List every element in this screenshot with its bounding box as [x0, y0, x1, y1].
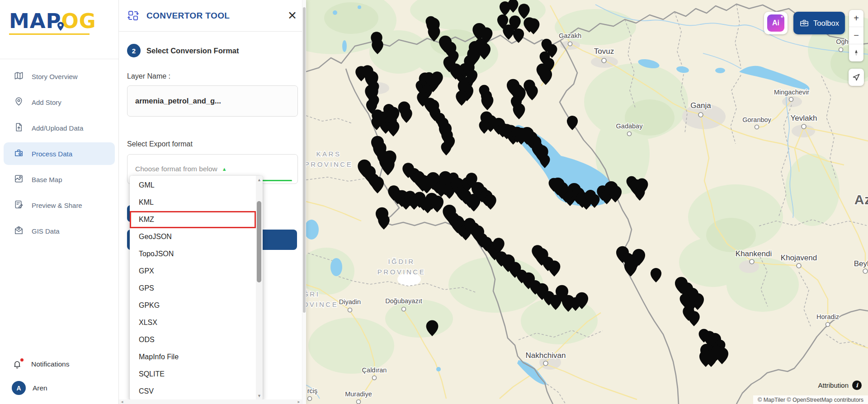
user-menu[interactable]: A Aren: [12, 381, 118, 395]
sidebar-item-base-map[interactable]: Base Map: [4, 168, 115, 191]
scroll-right-icon[interactable]: ►: [297, 400, 301, 404]
notifications-button[interactable]: Notifications: [12, 355, 118, 374]
sidebar-item-label: Add/Upload Data: [32, 124, 83, 132]
map-label-a-ri: AĞRI: [306, 290, 320, 298]
map-label-kars: KARS: [316, 150, 341, 158]
dropdown-option-gps[interactable]: GPS: [130, 280, 256, 297]
dropdown-option-gpx[interactable]: GPX: [130, 263, 256, 280]
gis-data-icon: [14, 225, 24, 237]
user-name: Aren: [33, 384, 47, 392]
sidebar: MAPOG Story OverviewAdd StoryAdd/Upload …: [0, 0, 119, 404]
caret-up-icon: ▲: [222, 166, 227, 172]
map-label-i-dir: IĞDIR: [388, 258, 415, 265]
dropdown-option-kml[interactable]: KML: [130, 194, 256, 211]
step-row: 2 Select Conversion Format: [119, 32, 306, 57]
dropdown-option-xlsx[interactable]: XLSX: [130, 314, 256, 331]
sidebar-item-process-data[interactable]: Process Data: [4, 142, 115, 165]
ai-label: Ai: [772, 19, 779, 27]
export-format-label: Select Export format: [127, 140, 298, 148]
map-container[interactable]: GazakhTovuzGanjaGadabayMingachevirGoranb…: [306, 0, 868, 404]
close-button[interactable]: ✕: [288, 10, 297, 21]
scroll-up-icon[interactable]: ▲: [256, 178, 263, 182]
select-placeholder: Choose format from below: [135, 165, 217, 173]
attribution-label: Attribution: [818, 381, 849, 389]
locate-icon: [852, 73, 861, 82]
dropdown-option-geojson[interactable]: GeoJSON: [130, 228, 256, 245]
map-label-mingachevir: Mingachevir: [774, 89, 809, 96]
upload-data-icon: [14, 122, 24, 134]
process-data-icon: [14, 148, 24, 160]
map-city-dot: [543, 361, 548, 366]
scroll-down-icon[interactable]: ▼: [256, 394, 263, 398]
map-label-horadiz: Horadiz: [816, 313, 839, 320]
dropdown-option-sqlite[interactable]: SQLITE: [130, 366, 256, 383]
dropdown-option-kmz[interactable]: KMZ: [130, 211, 256, 228]
compass-button[interactable]: [849, 44, 863, 61]
map-label-do-ubayaz-t: Doğubayazıt: [385, 297, 422, 305]
sidebar-item-preview-share[interactable]: Preview & Share: [4, 194, 115, 216]
ai-tool-button[interactable]: Ai ✦: [764, 12, 788, 34]
map-city-dot: [826, 323, 830, 327]
layer-name-value: armenia_petrol_and_g...: [135, 97, 221, 105]
map-label-yevlakh: Yevlakh: [791, 114, 817, 122]
panel-scrollbar-thumb[interactable]: [303, 7, 306, 313]
zoom-in-button[interactable]: +: [849, 10, 863, 27]
map-city-dot: [863, 269, 868, 273]
layer-name-input[interactable]: armenia_petrol_and_g...: [127, 85, 298, 117]
dropdown-option-gpkg[interactable]: GPKG: [130, 297, 256, 314]
sidebar-item-add-upload-data[interactable]: Add/Upload Data: [4, 117, 115, 139]
scroll-left-icon[interactable]: ◄: [120, 400, 124, 404]
map-city-dot: [797, 263, 801, 268]
zoom-out-button[interactable]: −: [849, 27, 863, 44]
map-label-ganja: Ganja: [690, 101, 711, 110]
attribution-text: © MapTiler © OpenStreetMap contributors: [758, 397, 863, 403]
panel-scrollbar-horizontal[interactable]: ◄ ►: [119, 399, 302, 404]
map-label-nakhchivan: Nakhchivan: [526, 351, 566, 360]
map-city-dot: [402, 307, 406, 311]
sidebar-item-label: Base Map: [32, 176, 62, 183]
map-canvas[interactable]: GazakhTovuzGanjaGadabayMingachevirGoranb…: [306, 0, 868, 404]
map-label-khankendi: Khankendi: [736, 249, 772, 258]
map-label-diyadin: Diyadin: [339, 298, 361, 305]
attribution-toggle[interactable]: Attribution i: [818, 381, 862, 390]
dropdown-option-mapinfo-file[interactable]: MapInfo File: [130, 348, 256, 366]
map-city-dot: [357, 400, 361, 404]
format-dropdown-list: GMLKMLKMZGeoJSONTopoJSONGPXGPSGPKGXLSXOD…: [130, 176, 256, 400]
dropdown-option-topojson[interactable]: TopoJSON: [130, 245, 256, 263]
map-label-province: PROVINCE: [306, 160, 353, 168]
map-label-gazakh: Gazakh: [559, 32, 581, 39]
sidebar-item-label: Story Overview: [32, 73, 78, 80]
preview-share-icon: [14, 199, 24, 211]
map-city-dot: [568, 42, 572, 46]
map-label-province: PROVINCE: [306, 301, 338, 308]
panel-scrollbar-vertical[interactable]: [302, 0, 306, 404]
format-dropdown: GMLKMLKMZGeoJSONTopoJSONGPXGPSGPKGXLSXOD…: [130, 176, 263, 400]
dropdown-option-csv[interactable]: CSV: [130, 383, 256, 400]
sidebar-item-story-overview[interactable]: Story Overview: [4, 65, 115, 88]
story-overview-icon: [14, 70, 24, 82]
logo[interactable]: MAPOG: [0, 0, 118, 59]
map-label-ogh: Ogh: [836, 38, 848, 45]
notification-badge: [20, 358, 24, 362]
toolbox-button[interactable]: Toolbox: [793, 12, 845, 34]
map-city-dot: [348, 308, 352, 312]
map-label-gadabay: Gadabay: [616, 122, 643, 130]
logo-pin-icon: [55, 21, 66, 32]
logo-text-map: MAP: [9, 9, 61, 33]
locate-button[interactable]: [849, 69, 864, 86]
sidebar-item-add-story[interactable]: Add Story: [4, 91, 115, 113]
dropdown-option-gml[interactable]: GML: [130, 177, 256, 194]
map-label-tovuz: Tovuz: [594, 47, 614, 56]
info-icon: i: [852, 381, 862, 390]
map-label-goranboy: Goranboy: [742, 116, 771, 123]
notifications-label: Notifications: [31, 360, 69, 368]
dropdown-option-ods[interactable]: ODS: [130, 331, 256, 348]
sparkle-icon: ✦: [780, 15, 783, 19]
base-map-icon: [14, 174, 24, 185]
avatar: A: [12, 381, 26, 395]
dropdown-scrollbar-thumb[interactable]: [257, 201, 261, 282]
sidebar-item-label: GIS Data: [32, 227, 60, 235]
map-label-ald-ran: Çaldıran: [362, 366, 387, 374]
sidebar-item-gis-data[interactable]: GIS Data: [4, 220, 115, 242]
dropdown-scrollbar[interactable]: ▲ ▼: [256, 176, 263, 400]
